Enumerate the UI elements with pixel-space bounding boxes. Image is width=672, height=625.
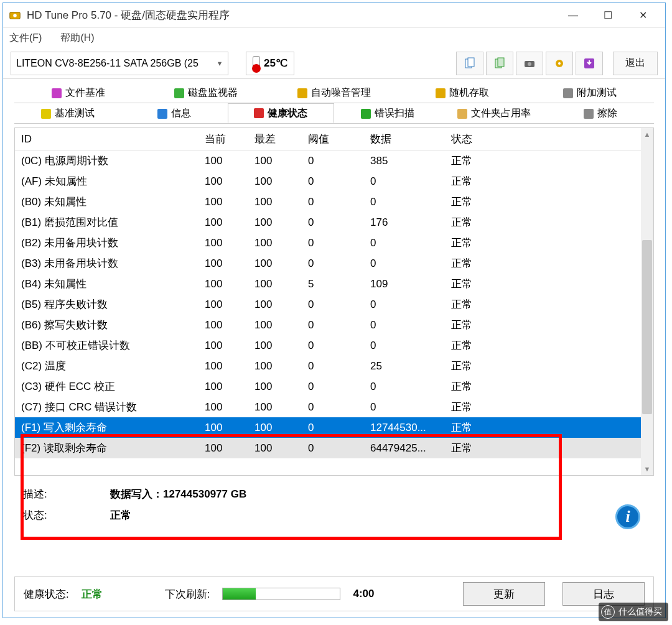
menu-file[interactable]: 文件(F) bbox=[9, 32, 42, 45]
refresh-label: 下次刷新: bbox=[165, 587, 210, 601]
col-worst[interactable]: 最差 bbox=[248, 132, 302, 146]
svg-rect-3 bbox=[468, 58, 474, 67]
scroll-up-icon[interactable]: ▲ bbox=[641, 128, 653, 141]
cell-status: 正常 bbox=[445, 379, 520, 394]
drive-select[interactable]: LITEON CV8-8E256-11 SATA 256GB (25 bbox=[11, 52, 228, 75]
tab-icon bbox=[457, 109, 467, 119]
tab-icon bbox=[157, 109, 167, 119]
cell-id: (C7) 接口 CRC 错误计数 bbox=[15, 400, 198, 414]
table-row[interactable]: (F1) 写入剩余寿命100100012744530...正常 bbox=[15, 417, 653, 438]
col-current[interactable]: 当前 bbox=[198, 132, 248, 146]
close-button[interactable]: ✕ bbox=[625, 4, 660, 27]
table-row[interactable]: (B6) 擦写失败计数10010000正常 bbox=[15, 315, 653, 335]
temperature-value: 25℃ bbox=[264, 57, 287, 70]
table-row[interactable]: (F2) 读取剩余寿命100100064479425...正常 bbox=[15, 438, 653, 458]
cell-data: 0 bbox=[364, 319, 445, 331]
scrollbar-thumb[interactable] bbox=[642, 240, 652, 414]
cell-current: 100 bbox=[198, 196, 248, 208]
temperature-display: 25℃ bbox=[246, 52, 294, 75]
tab-文件夹占用率[interactable]: 文件夹占用率 bbox=[441, 103, 547, 123]
table-row[interactable]: (B2) 未用备用块计数10010000正常 bbox=[15, 233, 653, 253]
maximize-button[interactable]: ☐ bbox=[590, 4, 625, 27]
cell-current: 100 bbox=[198, 155, 248, 167]
col-threshold[interactable]: 阈值 bbox=[302, 132, 364, 146]
exit-button[interactable]: 退出 bbox=[613, 52, 658, 75]
description-label: 描述: bbox=[23, 487, 110, 501]
cell-status: 正常 bbox=[445, 297, 520, 312]
svg-point-9 bbox=[558, 62, 561, 65]
cell-current: 100 bbox=[198, 401, 248, 414]
copy-data-button[interactable] bbox=[486, 52, 513, 75]
table-row[interactable]: (0C) 电源周期计数1001000385正常 bbox=[15, 150, 653, 171]
scroll-down-icon[interactable]: ▼ bbox=[641, 463, 653, 475]
tab-label: 磁盘监视器 bbox=[188, 86, 238, 100]
info-icon[interactable]: i bbox=[615, 504, 640, 529]
tab-icon bbox=[563, 88, 573, 98]
tab-文件基准[interactable]: 文件基准 bbox=[14, 83, 142, 103]
tab-错误扫描[interactable]: 错误扫描 bbox=[334, 103, 441, 123]
table-row[interactable]: (C3) 硬件 ECC 校正10010000正常 bbox=[15, 376, 653, 397]
col-data[interactable]: 数据 bbox=[364, 132, 445, 146]
menu-help[interactable]: 帮助(H) bbox=[60, 32, 94, 45]
copy-text-button[interactable] bbox=[456, 52, 483, 75]
cell-worst: 100 bbox=[248, 422, 302, 434]
table-row[interactable]: (AF) 未知属性10010000正常 bbox=[15, 171, 653, 192]
tab-磁盘监视器[interactable]: 磁盘监视器 bbox=[142, 83, 271, 103]
tab-擦除[interactable]: 擦除 bbox=[548, 103, 654, 123]
cell-data: 109 bbox=[364, 278, 445, 290]
col-status[interactable]: 状态 bbox=[445, 132, 520, 146]
minimize-button[interactable]: — bbox=[556, 4, 590, 27]
settings-button[interactable] bbox=[546, 52, 573, 75]
tab-随机存取[interactable]: 随机存取 bbox=[398, 83, 526, 103]
col-id[interactable]: ID bbox=[15, 133, 198, 146]
tab-基准测试[interactable]: 基准测试 bbox=[14, 103, 121, 123]
cell-worst: 100 bbox=[248, 175, 302, 188]
tab-自动噪音管理[interactable]: 自动噪音管理 bbox=[270, 83, 398, 103]
cell-worst: 100 bbox=[248, 360, 302, 373]
vertical-scrollbar[interactable]: ▲ ▼ bbox=[641, 128, 653, 475]
camera-icon bbox=[523, 57, 536, 70]
details-panel: 描述: 数据写入：12744530977 GB 状态: 正常 bbox=[23, 483, 645, 525]
tab-label: 文件基准 bbox=[65, 86, 105, 100]
table-row[interactable]: (B4) 未知属性1001005109正常 bbox=[15, 274, 653, 294]
table-row[interactable]: (B0) 未知属性10010000正常 bbox=[15, 192, 653, 212]
tab-icon bbox=[584, 109, 594, 119]
cell-data: 0 bbox=[364, 237, 445, 249]
svg-rect-5 bbox=[498, 58, 504, 67]
screenshot-button[interactable] bbox=[516, 52, 543, 75]
cell-worst: 100 bbox=[248, 216, 302, 229]
window-title: HD Tune Pro 5.70 - 硬盘/固态硬盘实用程序 bbox=[27, 8, 556, 22]
table-row[interactable]: (C2) 温度100100025正常 bbox=[15, 356, 653, 376]
table-row[interactable]: (C7) 接口 CRC 错误计数10010000正常 bbox=[15, 397, 653, 417]
tab-icon bbox=[436, 88, 446, 98]
copy-data-icon bbox=[493, 57, 506, 70]
tab-健康状态[interactable]: 健康状态 bbox=[228, 103, 334, 123]
tab-icon bbox=[361, 109, 371, 119]
cell-id: (BB) 不可校正错误计数 bbox=[15, 338, 198, 353]
save-button[interactable] bbox=[576, 52, 603, 75]
cell-id: (B1) 磨损范围对比值 bbox=[15, 215, 198, 229]
cell-id: (C2) 温度 bbox=[15, 359, 198, 373]
cell-worst: 100 bbox=[248, 196, 302, 208]
cell-status: 正常 bbox=[445, 441, 520, 455]
cell-threshold: 0 bbox=[302, 216, 364, 229]
cell-data: 0 bbox=[364, 340, 445, 352]
table-row[interactable]: (B1) 磨损范围对比值1001000176正常 bbox=[15, 212, 653, 233]
svg-point-7 bbox=[528, 62, 531, 66]
tab-附加测试[interactable]: 附加测试 bbox=[526, 83, 654, 103]
cell-data: 0 bbox=[364, 196, 445, 208]
tab-label: 基准测试 bbox=[55, 107, 95, 120]
table-row[interactable]: (B5) 程序失败计数10010000正常 bbox=[15, 294, 653, 315]
cell-data: 0 bbox=[364, 401, 445, 414]
cell-data: 25 bbox=[364, 360, 445, 373]
tab-icon bbox=[174, 88, 184, 98]
cell-data: 176 bbox=[364, 216, 445, 229]
tab-信息[interactable]: 信息 bbox=[121, 103, 227, 123]
titlebar: HD Tune Pro 5.70 - 硬盘/固态硬盘实用程序 — ☐ ✕ bbox=[3, 3, 665, 28]
menubar: 文件(F) 帮助(H) bbox=[3, 28, 665, 48]
table-row[interactable]: (BB) 不可校正错误计数10010000正常 bbox=[15, 335, 653, 356]
update-button[interactable]: 更新 bbox=[463, 582, 545, 606]
cell-current: 100 bbox=[198, 360, 248, 373]
cell-worst: 100 bbox=[248, 401, 302, 414]
table-row[interactable]: (B3) 未用备用块计数10010000正常 bbox=[15, 253, 653, 274]
